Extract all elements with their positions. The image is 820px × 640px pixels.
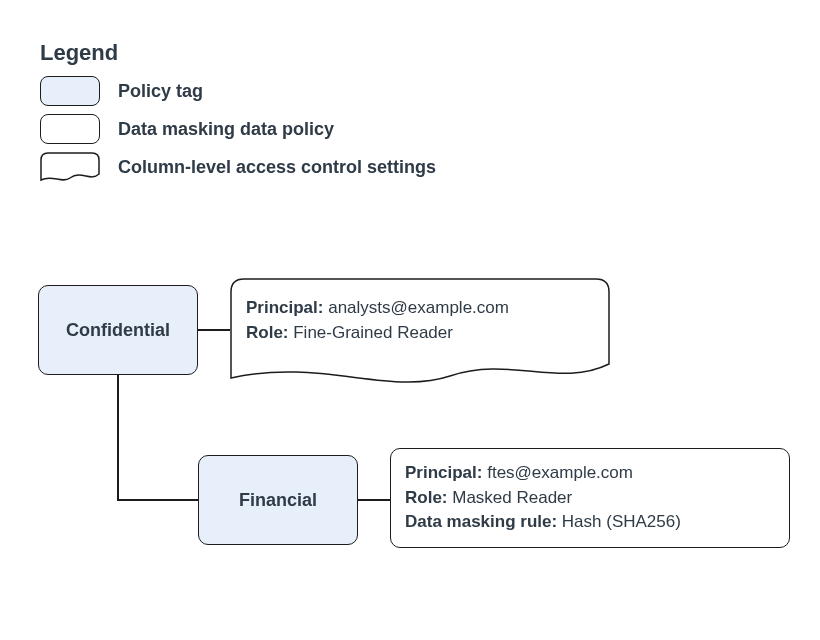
label-masking-rule: Data masking rule:	[405, 512, 557, 531]
legend-row-policy-tag: Policy tag	[40, 76, 436, 106]
value-role: Masked Reader	[452, 488, 572, 507]
masking-rule-row: Data masking rule: Hash (SHA256)	[405, 510, 775, 535]
masking-role-row: Role: Masked Reader	[405, 486, 775, 511]
label-role: Role:	[246, 323, 289, 342]
legend-label: Column-level access control settings	[118, 157, 436, 178]
masking-principal-row: Principal: ftes@example.com	[405, 461, 775, 486]
policy-tag-label: Confidential	[66, 320, 170, 341]
policy-tag-label: Financial	[239, 490, 317, 511]
clacs-swatch-icon	[40, 152, 100, 182]
legend-row-masking-policy: Data masking data policy	[40, 114, 436, 144]
clacs-principal-row: Principal: analysts@example.com	[246, 296, 509, 321]
label-principal: Principal:	[405, 463, 482, 482]
policy-tag-financial: Financial	[198, 455, 358, 545]
masking-policy-box: Principal: ftes@example.com Role: Masked…	[390, 448, 790, 548]
label-role: Role:	[405, 488, 448, 507]
legend-title: Legend	[40, 40, 436, 66]
clacs-content: Principal: analysts@example.com Role: Fi…	[246, 296, 509, 345]
masking-policy-swatch-icon	[40, 114, 100, 144]
diagram-canvas: Legend Policy tag Data masking data poli…	[0, 0, 820, 640]
connector	[358, 499, 390, 501]
legend-row-clacs: Column-level access control settings	[40, 152, 436, 182]
label-principal: Principal:	[246, 298, 323, 317]
legend: Legend Policy tag Data masking data poli…	[40, 40, 436, 190]
connector	[117, 375, 119, 500]
value-principal: analysts@example.com	[328, 298, 509, 317]
legend-label: Data masking data policy	[118, 119, 334, 140]
connector	[198, 329, 230, 331]
connector	[117, 499, 198, 501]
value-masking-rule: Hash (SHA256)	[562, 512, 681, 531]
policy-tag-swatch-icon	[40, 76, 100, 106]
clacs-settings-box: Principal: analysts@example.com Role: Fi…	[230, 278, 610, 388]
value-principal: ftes@example.com	[487, 463, 633, 482]
legend-label: Policy tag	[118, 81, 203, 102]
policy-tag-confidential: Confidential	[38, 285, 198, 375]
value-role: Fine-Grained Reader	[293, 323, 453, 342]
clacs-role-row: Role: Fine-Grained Reader	[246, 321, 509, 346]
